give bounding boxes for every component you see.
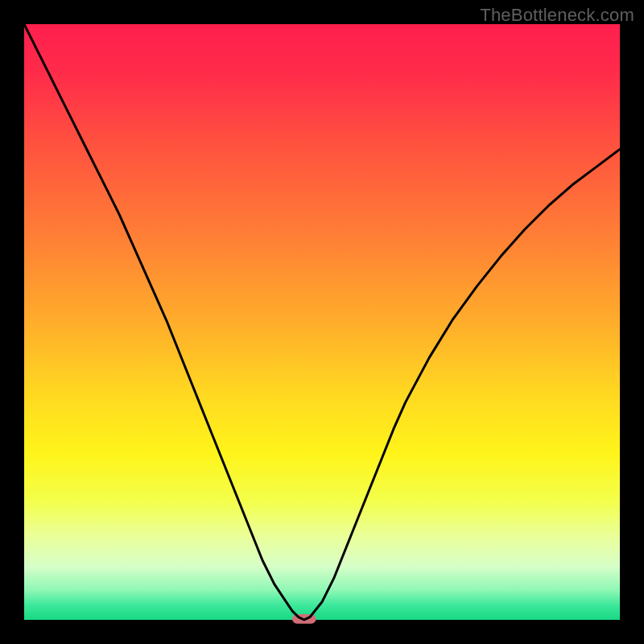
watermark-text: TheBottleneck.com [480, 5, 634, 26]
plot-background [24, 24, 620, 620]
bottleneck-chart [0, 0, 644, 644]
chart-stage: TheBottleneck.com [0, 0, 644, 644]
